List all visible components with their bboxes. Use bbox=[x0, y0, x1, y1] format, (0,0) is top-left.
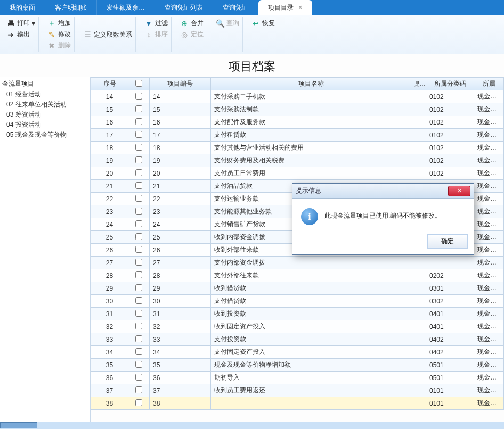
dialog-titlebar[interactable]: 提示信息 ✕ bbox=[292, 184, 474, 199]
tree-item[interactable]: 01 经营活动 bbox=[2, 89, 88, 100]
row-checkbox[interactable] bbox=[135, 297, 142, 304]
table-row[interactable]: 2929收到借贷款0301现金流入 bbox=[91, 282, 504, 295]
tree-item[interactable]: 05 现金及现金等价物 bbox=[2, 130, 88, 140]
cell-check[interactable] bbox=[128, 205, 150, 218]
col-name[interactable]: 项目名称 bbox=[211, 78, 411, 90]
row-checkbox[interactable] bbox=[135, 348, 142, 355]
row-checkbox[interactable] bbox=[135, 271, 142, 278]
delete-button[interactable]: ✖删除 bbox=[47, 40, 71, 51]
cell-check[interactable] bbox=[128, 346, 150, 359]
table-row[interactable]: 1414支付采购二手机款0102现金流出 bbox=[91, 90, 504, 103]
row-checkbox[interactable] bbox=[135, 399, 142, 406]
cell-check[interactable] bbox=[128, 308, 150, 320]
row-checkbox[interactable] bbox=[135, 335, 142, 342]
restore-button[interactable]: ↩恢复 bbox=[251, 18, 275, 28]
table-row[interactable]: 3232收到固定资产投入0401现金流入 bbox=[91, 320, 504, 333]
cell-check[interactable] bbox=[128, 180, 150, 193]
tab-project-dir[interactable]: 项目目录 × bbox=[258, 0, 312, 15]
cell-check[interactable] bbox=[128, 320, 150, 333]
table-row[interactable]: 3131收到投资款0401现金流入 bbox=[91, 308, 504, 320]
table-row[interactable]: 3636期初导入0501现金流入 bbox=[91, 372, 504, 384]
row-checkbox[interactable] bbox=[135, 284, 142, 291]
cell-check[interactable] bbox=[128, 359, 150, 372]
row-checkbox[interactable] bbox=[135, 374, 142, 381]
cell-check[interactable] bbox=[128, 218, 150, 231]
row-checkbox[interactable] bbox=[135, 131, 142, 138]
locate-button[interactable]: ◎定位 bbox=[180, 29, 204, 39]
tab-voucher-query[interactable]: 查询凭证 bbox=[213, 0, 258, 15]
row-checkbox[interactable] bbox=[135, 182, 142, 189]
row-checkbox[interactable] bbox=[135, 169, 142, 176]
tab-balance[interactable]: 发生额及余… bbox=[97, 0, 155, 15]
table-row[interactable]: 1616支付配件及服务款0102现金流出 bbox=[91, 116, 504, 129]
cell-check[interactable] bbox=[128, 103, 150, 116]
table-row[interactable]: 1818支付其他与营业活动相关的费用0102现金流出 bbox=[91, 142, 504, 154]
tree-item[interactable]: 02 往来单位相关活动 bbox=[2, 100, 88, 110]
row-checkbox[interactable] bbox=[135, 118, 142, 125]
cell-check[interactable] bbox=[128, 116, 150, 129]
merge-button[interactable]: ⊕合并 bbox=[180, 18, 204, 28]
cell-check[interactable] bbox=[128, 244, 150, 257]
row-checkbox[interactable] bbox=[135, 208, 142, 214]
cell-check[interactable] bbox=[128, 129, 150, 142]
tab-desktop[interactable]: 我的桌面 bbox=[0, 0, 45, 15]
dialog-close-button[interactable]: ✕ bbox=[448, 186, 470, 196]
col-settle[interactable]: 是否结算 bbox=[411, 78, 426, 90]
row-checkbox[interactable] bbox=[135, 144, 142, 151]
tree-item[interactable]: 03 筹资活动 bbox=[2, 110, 88, 120]
row-checkbox[interactable] bbox=[135, 246, 142, 253]
table-row[interactable]: 1919支付财务费用及相关税费0102现金流出 bbox=[91, 154, 504, 167]
dialog-ok-button[interactable]: 确定 bbox=[428, 235, 467, 248]
check-all[interactable] bbox=[135, 80, 142, 87]
tab-customer-ledger[interactable]: 客户明细账 bbox=[45, 0, 97, 15]
cell-check[interactable] bbox=[128, 193, 150, 205]
row-checkbox[interactable] bbox=[135, 105, 142, 112]
scrollbar-thumb[interactable] bbox=[0, 422, 37, 428]
tree-root[interactable]: 金流量项目 bbox=[2, 78, 88, 89]
cell-check[interactable] bbox=[128, 269, 150, 282]
add-button[interactable]: ＋增加 bbox=[47, 18, 71, 28]
close-icon[interactable]: × bbox=[298, 4, 302, 11]
col-seq[interactable]: 序号 bbox=[91, 78, 128, 90]
print-button[interactable]: 🖶打印 ▾ bbox=[6, 18, 35, 28]
table-row[interactable]: 3333支付投资款0402现金流出 bbox=[91, 333, 504, 346]
row-checkbox[interactable] bbox=[135, 93, 142, 100]
table-row[interactable]: 3030支付借贷款0302现金流出 bbox=[91, 295, 504, 308]
table-row[interactable]: 3535现金及现金等价物净增加额0501现金流入 bbox=[91, 359, 504, 372]
tree-item[interactable]: 04 投资活动 bbox=[2, 120, 88, 130]
define-button[interactable]: ☰定义取数关系 bbox=[83, 30, 132, 40]
col-code[interactable]: 项目编号 bbox=[150, 78, 211, 90]
row-checkbox[interactable] bbox=[135, 386, 142, 393]
cell-check[interactable] bbox=[128, 142, 150, 154]
row-checkbox[interactable] bbox=[135, 361, 142, 368]
cell-check[interactable] bbox=[128, 167, 150, 180]
table-row[interactable]: 3434支付固定资产投入0402现金流出 bbox=[91, 346, 504, 359]
col-dir[interactable]: 所属 bbox=[474, 78, 504, 90]
cell-check[interactable] bbox=[128, 397, 150, 410]
row-checkbox[interactable] bbox=[135, 259, 142, 266]
table-row[interactable]: 2828支付外部往来款0202现金流出 bbox=[91, 269, 504, 282]
cell-check[interactable] bbox=[128, 282, 150, 295]
row-checkbox[interactable] bbox=[135, 156, 142, 163]
row-checkbox[interactable] bbox=[135, 323, 142, 329]
row-checkbox[interactable] bbox=[135, 195, 142, 202]
table-row[interactable]: 1515支付采购法制款0102现金流出 bbox=[91, 103, 504, 116]
table-row[interactable]: 1717支付租赁款0102现金流出 bbox=[91, 129, 504, 142]
tab-voucher-list[interactable]: 查询凭证列表 bbox=[155, 0, 213, 15]
export-button[interactable]: ➜输出 bbox=[6, 29, 35, 39]
cell-check[interactable] bbox=[128, 295, 150, 308]
row-checkbox[interactable] bbox=[135, 233, 142, 240]
query-button[interactable]: 🔍查询 bbox=[216, 18, 239, 28]
filter-button[interactable]: ▼过滤 bbox=[144, 18, 168, 28]
cell-check[interactable] bbox=[128, 372, 150, 384]
table-row[interactable]: 3737收到员工费用返还0101现金流入 bbox=[91, 384, 504, 397]
cell-check[interactable] bbox=[128, 384, 150, 397]
table-row[interactable]: 2020支付员工日常费用0102现金流出 bbox=[91, 167, 504, 180]
row-checkbox[interactable] bbox=[135, 220, 142, 227]
cell-check[interactable] bbox=[128, 90, 150, 103]
col-class[interactable]: 所属分类码 bbox=[426, 78, 474, 90]
table-row[interactable]: 38380101现金流出 bbox=[91, 397, 504, 410]
cell-check[interactable] bbox=[128, 231, 150, 244]
row-checkbox[interactable] bbox=[135, 310, 142, 317]
cell-check[interactable] bbox=[128, 257, 150, 269]
